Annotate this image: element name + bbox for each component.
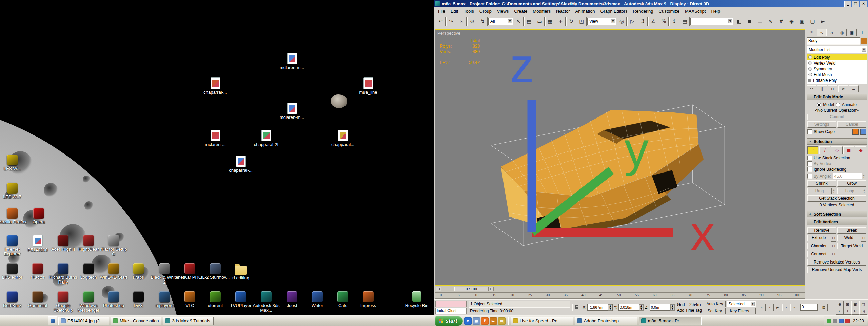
object-name-field[interactable]: Body [807,37,860,45]
named-selection-sets-dropdown[interactable]: ▼ [690,18,733,25]
stack-item-edit-mesh[interactable]: Edit Mesh [807,72,867,77]
pin-stack-icon[interactable]: ⊶ [807,85,816,92]
menu-modifiers[interactable]: Modifiers [530,8,553,14]
desktop-icon-mclaren-m[interactable]: mclaren-m... [277,53,307,70]
spinner-snap-icon[interactable]: ↕ [669,17,679,26]
menu-group[interactable]: Group [477,8,494,14]
settings-box-weld[interactable]: □ [861,235,866,242]
previous-frame-icon[interactable]: ‹ [766,304,774,311]
use-pivot-point-icon[interactable]: ◎ [617,17,627,26]
snaps-toggle-icon[interactable]: 3 [638,17,648,26]
media-player-quicklaunch-icon[interactable]: ► [490,317,497,325]
zoom-extents-all-icon[interactable]: ◱ [859,301,867,308]
button-remove-isolated-vertices[interactable]: Remove Isolated Vertices [807,259,866,266]
stack-item-editable-poly[interactable]: Editable Poly [807,77,867,83]
modifier-stack-list[interactable]: Edit PolyVertex WeldSymmetryEdit MeshEdi… [807,54,867,84]
go-to-end-icon[interactable]: » [790,304,798,311]
select-and-manipulate-icon[interactable]: ▷ [627,17,637,26]
curve-editor-icon[interactable]: ∿ [766,17,775,26]
time-slider-handle[interactable]: 0 / 100 [454,287,488,291]
selection-filter-dropdown[interactable]: All▼ [488,18,513,25]
ring-button[interactable]: Ring [807,188,832,194]
use-stack-selection-checkbox[interactable] [807,156,812,160]
key-mode-dropdown[interactable]: Selected ▼ [727,301,756,307]
border-subobject-icon[interactable]: ◇ [831,146,842,154]
current-frame-field[interactable]: 0 [800,304,818,311]
button-connect[interactable]: Connect [807,251,830,257]
menu-animation[interactable]: Animation [573,8,598,14]
percent-snap-icon[interactable]: % [659,17,669,26]
arc-rotate-icon[interactable]: ↻ [851,308,859,315]
y-spinner[interactable] [639,304,644,311]
select-and-link-icon[interactable]: ∞ [457,17,467,26]
zoom-extents-icon[interactable]: ▣ [851,301,859,308]
macro-recorder-row[interactable] [435,301,467,307]
show-end-result-icon[interactable]: ∥ [817,85,827,92]
redo-icon[interactable]: ↷ [446,17,456,26]
desktop-icon-chaparral[interactable]: chaparral-... [225,156,256,173]
desktop-icon-m8a-line[interactable]: m8a_line [353,77,383,95]
add-time-tag[interactable]: Add Time Tag [677,308,702,313]
settings-box-chamfer[interactable]: □ [831,243,836,250]
start-button[interactable]: start [435,316,463,326]
stack-item-vertex-weld[interactable]: Vertex Weld [807,60,867,66]
go-to-start-icon[interactable]: « [758,304,766,311]
modify-tab[interactable]: ∿ [817,29,827,36]
desktop-icon-lfs-w[interactable]: LFS W... [0,155,27,171]
shrink-button[interactable]: Shrink [807,180,836,187]
select-and-rotate-icon[interactable]: ↻ [566,17,576,26]
make-unique-icon[interactable]: ⊔ [828,85,837,92]
angle-value-field[interactable]: 45.0 [833,173,866,179]
menu-file[interactable]: File [435,8,448,14]
stack-item-edit-poly[interactable]: Edit Poly [807,54,867,60]
ie-quicklaunch-icon[interactable]: e [464,317,472,325]
show-desktop-icon[interactable]: ▦ [473,317,480,325]
render-scene-icon[interactable]: ▣ [797,17,807,26]
remove-modifier-icon[interactable]: ⊗ [838,85,848,92]
menu-create[interactable]: Create [511,8,530,14]
quick-render-icon[interactable]: ► [818,17,828,26]
angle-spinner[interactable] [862,173,866,179]
desktop-icon-lfs-w-7[interactable]: LFS W..7 [0,183,27,199]
window-crossing-toggle-icon[interactable]: ▦ [545,17,555,26]
loop-button[interactable]: Loop [837,188,862,194]
rollout-selection[interactable]: - Selection [807,138,867,145]
motion-tab[interactable]: ◎ [837,29,847,36]
vertex-subobject-icon[interactable]: ∵ [807,146,818,154]
zoom-all-icon[interactable]: ⊞ [844,301,851,308]
set-key-button[interactable]: Set Key [704,308,726,314]
button-remove-unused-map-verts[interactable]: Remove Unused Map Verts [807,267,866,273]
angle-snap-icon[interactable]: ∠ [648,17,658,26]
cage-selected-color-swatch[interactable] [860,129,866,135]
select-and-scale-icon[interactable]: ◰ [577,17,587,26]
time-configuration-icon[interactable]: ⊡ [820,304,828,311]
menu-graph-editors[interactable]: Graph Editors [597,8,630,14]
desktop-icon-chapparal-2f[interactable]: chapparal-2f [251,130,281,147]
desktop-icon-chaparral[interactable]: chaparral-... [200,77,231,95]
button-remove[interactable]: Remove [807,227,836,234]
menu-help[interactable]: Help [708,8,723,14]
menu-reactor[interactable]: reactor [553,8,572,14]
settings-box-extrude[interactable]: □ [831,235,836,242]
model-radio[interactable] [817,103,821,107]
menu-maxscript[interactable]: MAXScript [682,8,708,14]
menu-views[interactable]: Views [494,8,511,14]
field-of-view-icon[interactable]: ∠ [836,308,844,315]
select-object-icon[interactable]: ↖ [514,17,524,26]
volume-tray-icon[interactable] [833,319,837,323]
zoom-icon[interactable]: ⊕ [836,301,844,308]
display-tab[interactable]: ▣ [847,29,857,36]
desktop-icon-mclaren-m[interactable]: mclaren-m... [277,103,307,120]
firefox-quicklaunch-icon[interactable]: f [481,317,489,325]
cage-color-swatch[interactable] [852,129,859,135]
msn-tray-icon[interactable] [827,319,831,323]
taskbar-button-live-for-speed-po[interactable]: Live for Speed - Po... [511,317,573,325]
desktop-icon-mclaren[interactable]: mclaren-... [200,130,231,147]
select-and-move-icon[interactable]: + [556,17,566,26]
select-by-name-icon[interactable]: ▤ [524,17,534,26]
animate-radio[interactable] [836,103,840,107]
by-angle-checkbox[interactable] [807,174,812,179]
desktop-icon-photo-thumbnail[interactable] [324,94,354,109]
settings-button[interactable]: Settings [807,121,836,128]
ignore-backfacing-checkbox[interactable] [807,167,812,172]
